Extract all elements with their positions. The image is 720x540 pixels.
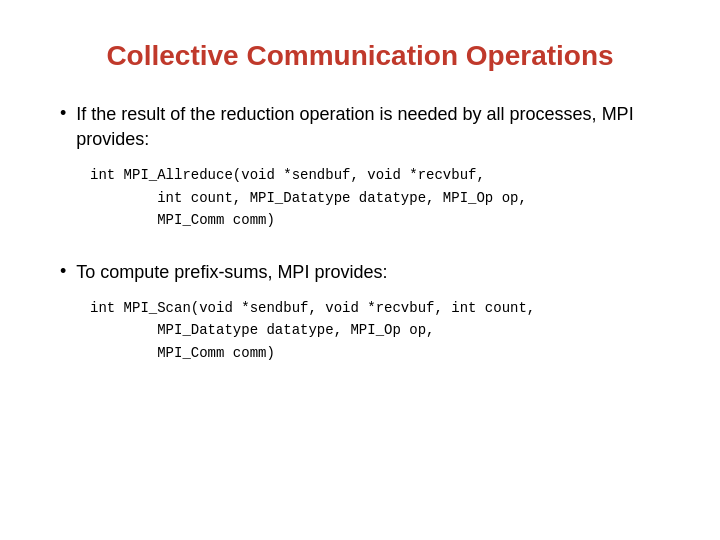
code-line-2-2: MPI_Datatype datatype, MPI_Op op, (90, 319, 660, 341)
slide: Collective Communication Operations • If… (0, 0, 720, 540)
slide-title: Collective Communication Operations (60, 40, 660, 72)
bullet-section-2: • To compute prefix-sums, MPI provides: … (60, 260, 660, 364)
code-line-2-1: int MPI_Scan(void *sendbuf, void *recvbu… (90, 297, 660, 319)
code-block-1: int MPI_Allreduce(void *sendbuf, void *r… (90, 164, 660, 231)
bullet-dot-2: • (60, 261, 66, 282)
bullet-point-2: • To compute prefix-sums, MPI provides: (60, 260, 660, 285)
code-line-1-3: MPI_Comm comm) (90, 209, 660, 231)
bullet-text-2: To compute prefix-sums, MPI provides: (76, 260, 387, 285)
code-line-2-3: MPI_Comm comm) (90, 342, 660, 364)
bullet-section-1: • If the result of the reduction operati… (60, 102, 660, 232)
code-line-1-1: int MPI_Allreduce(void *sendbuf, void *r… (90, 164, 660, 186)
bullet-dot-1: • (60, 103, 66, 124)
bullet-text-1: If the result of the reduction operation… (76, 102, 660, 152)
code-line-1-2: int count, MPI_Datatype datatype, MPI_Op… (90, 187, 660, 209)
bullet-point-1: • If the result of the reduction operati… (60, 102, 660, 152)
code-block-2: int MPI_Scan(void *sendbuf, void *recvbu… (90, 297, 660, 364)
